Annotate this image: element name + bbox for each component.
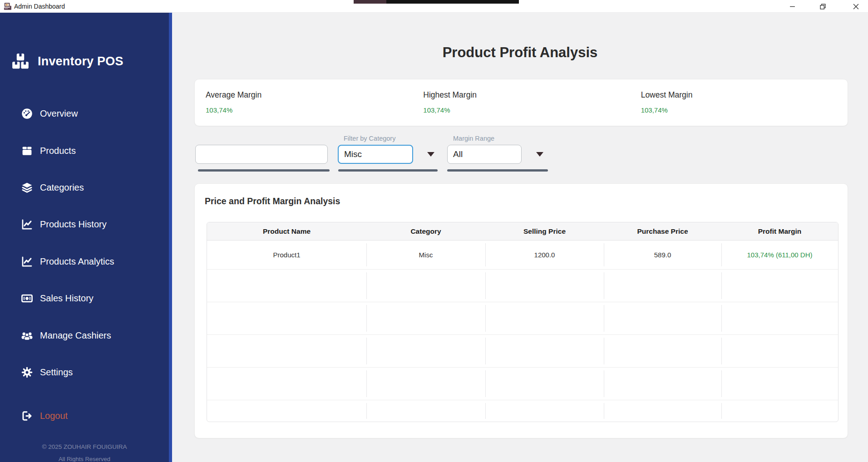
close-button[interactable]: [845, 0, 866, 13]
boxes-icon: [11, 52, 30, 71]
restore-icon: [820, 4, 826, 10]
stat-label: Average Margin: [206, 90, 412, 100]
minimize-icon: [789, 4, 795, 10]
minimize-button[interactable]: [782, 0, 803, 13]
empty-cell: [604, 335, 721, 367]
table-row[interactable]: Product1 Misc 1200.0 589.0 103,74% (611,…: [207, 241, 838, 270]
analysis-panel: Price and Profit Margin Analysis Product…: [194, 183, 848, 438]
sidebar-item-label: Products: [40, 146, 76, 156]
empty-cell: [604, 400, 721, 422]
sidebar-item-settings[interactable]: Settings: [21, 363, 73, 381]
sidebar-item-products[interactable]: Products: [21, 142, 76, 160]
cell-product-name: Product1: [207, 241, 366, 269]
empty-cell: [721, 335, 838, 367]
sidebar-footer-copyright: © 2025 ZOUHAIR FOUIGUIRA: [0, 443, 169, 450]
table-row-empty: [207, 335, 838, 368]
panel-title: Price and Profit Margin Analysis: [205, 196, 340, 206]
brand-title: Inventory POS: [38, 54, 123, 69]
box-icon: [21, 145, 33, 157]
sidebar-edge-accent: [169, 13, 172, 462]
sidebar-item-label: Manage Cashiers: [40, 330, 111, 341]
close-icon: [853, 4, 859, 10]
sidebar-item-logout[interactable]: Logout: [21, 407, 68, 425]
empty-cell: [604, 302, 721, 334]
stat-value: 103,74%: [641, 106, 848, 114]
table-row-empty: [207, 302, 838, 335]
margin-range-combobox[interactable]: All: [447, 145, 522, 164]
stat-highest-margin: Highest Margin 103,74%: [412, 79, 630, 126]
column-header-selling-price[interactable]: Selling Price: [485, 222, 604, 240]
stat-label: Lowest Margin: [641, 90, 848, 100]
sidebar-item-manage-cashiers[interactable]: Manage Cashiers: [21, 326, 111, 344]
banknote-icon: [21, 292, 33, 305]
empty-cell: [721, 270, 838, 302]
line-chart-icon: [21, 256, 33, 268]
line-chart-icon: [21, 218, 33, 231]
table-row-empty: [207, 270, 838, 302]
layers-icon: [21, 182, 33, 194]
empty-cell: [604, 270, 721, 302]
category-combobox-value: Misc: [344, 149, 362, 159]
sidebar-item-label: Settings: [40, 367, 73, 378]
margin-range-label: Margin Range: [453, 135, 494, 142]
sidebar-item-label: Logout: [40, 411, 68, 421]
cell-purchase-price: 589.0: [604, 241, 721, 269]
stat-value: 103,74%: [206, 106, 412, 114]
empty-cell: [485, 302, 604, 334]
sidebar-item-sales-history[interactable]: Sales History: [21, 289, 94, 307]
sidebar-footer-rights: All Rights Reserved: [0, 456, 169, 462]
empty-cell: [721, 302, 838, 334]
cell-selling-price: 1200.0: [485, 241, 604, 269]
chevron-down-icon[interactable]: [536, 152, 543, 157]
pos-register-icon: [4, 2, 12, 10]
titlebar-artifact-strip: [354, 0, 386, 4]
margin-range-combobox-value: All: [453, 149, 463, 159]
stat-average-margin: Average Margin 103,74%: [195, 79, 412, 126]
search-underline: [198, 169, 330, 172]
stat-lowest-margin: Lowest Margin 103,74%: [630, 79, 848, 126]
empty-cell: [366, 302, 485, 334]
window-title: Admin Dashboard: [14, 0, 65, 13]
titlebar-artifact-strip: [386, 0, 519, 4]
sidebar-item-label: Sales History: [40, 293, 94, 304]
sidebar-item-label: Products History: [40, 219, 107, 230]
column-header-category[interactable]: Category: [366, 222, 485, 240]
category-filter-label: Filter by Category: [344, 135, 395, 142]
sidebar-item-label: Overview: [40, 108, 78, 119]
sidebar: Inventory POS Overview Products Categori…: [0, 13, 169, 462]
search-input[interactable]: [195, 145, 328, 164]
sidebar-item-overview[interactable]: Overview: [21, 104, 78, 123]
page-title: Product Profit Analysis: [172, 44, 868, 61]
sidebar-item-label: Categories: [40, 182, 84, 193]
empty-cell: [207, 368, 366, 400]
users-icon: [21, 329, 33, 342]
category-combobox[interactable]: Misc: [338, 145, 413, 164]
column-header-purchase-price[interactable]: Purchase Price: [604, 222, 721, 240]
empty-cell: [485, 270, 604, 302]
restore-button[interactable]: [812, 0, 833, 13]
sidebar-item-categories[interactable]: Categories: [21, 178, 84, 197]
empty-cell: [207, 270, 366, 302]
column-header-product-name[interactable]: Product Name: [207, 222, 366, 240]
category-underline: [338, 169, 438, 172]
empty-cell: [721, 400, 838, 422]
margin-underline: [447, 169, 548, 172]
empty-cell: [721, 368, 838, 400]
empty-cell: [366, 368, 485, 400]
empty-cell: [366, 400, 485, 422]
empty-cell: [485, 335, 604, 367]
stats-card: Average Margin 103,74% Highest Margin 10…: [194, 79, 848, 126]
empty-cell: [366, 270, 485, 302]
stat-value: 103,74%: [423, 106, 630, 114]
sidebar-item-products-analytics[interactable]: Products Analytics: [21, 252, 114, 270]
empty-cell: [485, 368, 604, 400]
sidebar-item-products-history[interactable]: Products History: [21, 215, 107, 233]
cell-profit-margin: 103,74% (611,00 DH): [721, 241, 838, 269]
table-header-row: Product Name Category Selling Price Purc…: [207, 222, 838, 241]
sidebar-item-label: Products Analytics: [40, 256, 114, 267]
stat-label: Highest Margin: [423, 90, 630, 100]
empty-cell: [366, 335, 485, 367]
products-table: Product Name Category Selling Price Purc…: [207, 222, 838, 422]
chevron-down-icon[interactable]: [427, 152, 434, 157]
column-header-profit-margin[interactable]: Profit Margin: [721, 222, 838, 240]
